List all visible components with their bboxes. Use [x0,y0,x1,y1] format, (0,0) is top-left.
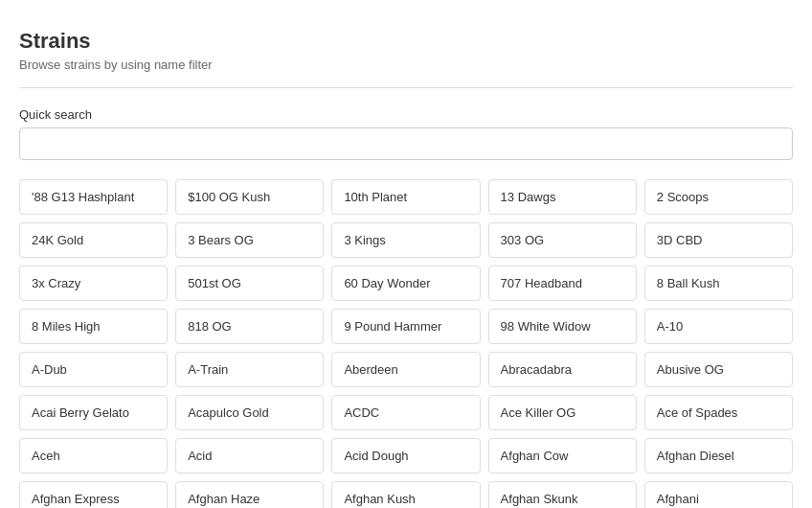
strain-item[interactable]: Aceh [19,438,168,473]
strain-item[interactable]: Afghan Express [19,481,168,508]
divider [19,87,793,88]
strain-item[interactable]: Ace Killer OG [488,395,637,430]
strain-item[interactable]: Acai Berry Gelato [19,395,168,430]
strain-item[interactable]: Afghani [644,481,793,508]
strain-item[interactable]: 8 Miles High [19,309,168,344]
strain-item[interactable]: 13 Dawgs [488,179,637,215]
strain-item[interactable]: Afghan Kush [331,481,480,508]
page-title: Strains [19,29,793,54]
strain-item[interactable]: 3 Kings [331,222,480,258]
strain-item[interactable]: ACDC [331,395,480,430]
strain-item[interactable]: Afghan Haze [175,481,324,508]
strain-item[interactable]: Acapulco Gold [175,395,324,430]
strain-item[interactable]: 303 OG [488,222,637,258]
page-container: Strains Browse strains by using name fil… [0,0,812,508]
strain-item[interactable]: Afghan Diesel [644,438,793,473]
strain-item[interactable]: 3x Crazy [19,266,168,301]
search-label: Quick search [19,107,793,122]
strain-item[interactable]: Afghan Skunk [488,481,637,508]
strain-item[interactable]: 3 Bears OG [175,222,324,258]
strain-item[interactable]: Acid Dough [331,438,480,473]
strain-item[interactable]: A-10 [644,309,793,344]
strain-item[interactable]: '88 G13 Hashplant [19,179,168,215]
strain-item[interactable]: 2 Scoops [644,179,793,215]
strain-item[interactable]: $100 OG Kush [175,179,324,215]
strain-item[interactable]: 8 Ball Kush [644,266,793,301]
strain-item[interactable]: 10th Planet [331,179,480,215]
strain-item[interactable]: Ace of Spades [644,395,793,430]
strain-item[interactable]: A-Dub [19,352,168,387]
strain-item[interactable]: 3D CBD [644,222,793,258]
page-subtitle: Browse strains by using name filter [19,58,793,72]
strain-item[interactable]: Abracadabra [488,352,637,387]
strain-item[interactable]: Abusive OG [644,352,793,387]
strain-item[interactable]: 24K Gold [19,222,168,258]
strain-item[interactable]: 60 Day Wonder [331,266,480,301]
search-input[interactable] [19,127,793,160]
strain-item[interactable]: Aberdeen [331,352,480,387]
strain-item[interactable]: 98 White Widow [488,309,637,344]
strains-grid: '88 G13 Hashplant$100 OG Kush10th Planet… [19,179,793,508]
strain-item[interactable]: 9 Pound Hammer [331,309,480,344]
strain-item[interactable]: 818 OG [175,309,324,344]
strain-item[interactable]: A-Train [175,352,324,387]
strain-item[interactable]: Afghan Cow [488,438,637,473]
strain-item[interactable]: 707 Headband [488,266,637,301]
strain-item[interactable]: Acid [175,438,324,473]
strain-item[interactable]: 501st OG [175,266,324,301]
